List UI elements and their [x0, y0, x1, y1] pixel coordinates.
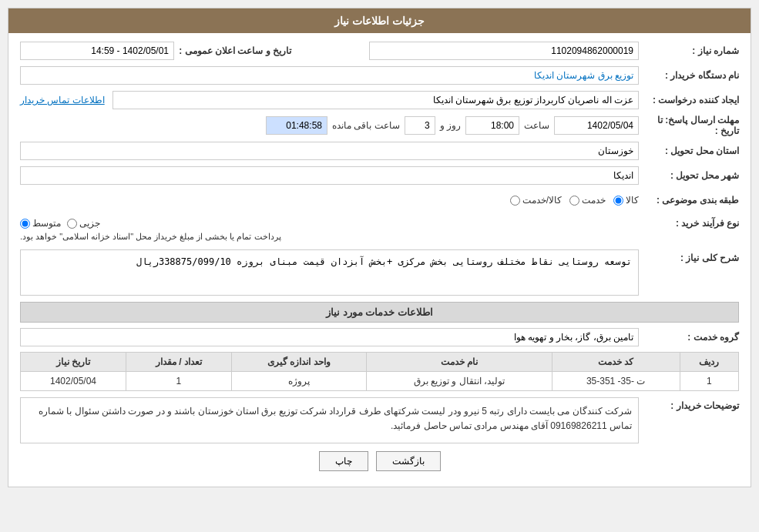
tabaqe-radio-khadamat[interactable]: خدمت [569, 195, 606, 206]
nam-dastgah-label: نام دستگاه خریدار : [639, 70, 739, 81]
col-tarikh: تاریخ نیاز [21, 353, 126, 372]
mohlat-time-label: ساعت [524, 120, 549, 131]
nam-dastgah-input[interactable] [20, 66, 639, 85]
tabaqe-radio-kala-khadamat[interactable]: کالا/خدمت [510, 195, 562, 206]
goroh-input[interactable] [20, 328, 639, 346]
sharh-label: شرح کلی نیاز : [639, 249, 739, 263]
ostan-label: استان محل تحویل : [639, 146, 739, 156]
col-unit: واحد اندازه گیری [231, 353, 366, 372]
nooe-farayand-radio-motavaset[interactable]: متوسط [20, 218, 61, 229]
etelaat-tamas-link[interactable]: اطلاعات تماس خریدار [20, 95, 105, 105]
nooe-farayand-note: پرداخت تمام یا بخشی از مبلغ خریداز محل "… [20, 232, 281, 242]
service-table: ردیف کد خدمت نام خدمت واحد اندازه گیری ت… [20, 352, 739, 391]
ijad-konande-label: ایجاد کننده درخواست : [639, 95, 739, 105]
col-name: نام خدمت [367, 353, 552, 372]
tozihat-box: شرکت کنندگان می بایست دارای رتبه 5 نیرو … [20, 397, 639, 443]
tabaqe-radio-kala[interactable]: کالا [613, 195, 639, 206]
tarikh-saate-label: تاریخ و ساعت اعلان عمومی : [179, 45, 291, 56]
bottom-buttons: بازگشت چاپ [20, 451, 739, 479]
mohlat-date-input[interactable] [554, 116, 639, 135]
tabaqe-label: طبقه بندی موضوعی : [639, 195, 739, 206]
col-radif: ردیف [680, 353, 738, 372]
back-button[interactable]: بازگشت [376, 451, 441, 471]
khadamat-header: اطلاعات خدمات مورد نیاز [20, 302, 739, 323]
mohlat-remaining-label: ساعت باقی مانده [332, 120, 400, 131]
ostan-input[interactable] [20, 142, 639, 160]
mohlat-days-label: روز و [440, 120, 461, 131]
mohlat-remaining-input[interactable] [266, 116, 327, 135]
mohlat-days-input[interactable] [405, 116, 435, 135]
shahr-input[interactable] [20, 166, 639, 185]
shahr-label: شهر محل تحویل : [639, 170, 739, 181]
shomara-niaz-label: شماره نیاز : [639, 45, 739, 56]
col-tedad: تعداد / مقدار [126, 353, 231, 372]
nooe-farayand-label: نوع فرآیند خرید : [639, 218, 739, 229]
tarikh-saate-input[interactable] [20, 42, 174, 60]
table-row: 1ت -35- 351-35تولید، انتقال و توزیع برقپ… [21, 372, 739, 391]
sharh-input[interactable]: توسعه روستایی نقاط مختلف روستایی بخش مرک… [20, 249, 639, 296]
goroh-label: گروه خدمت : [639, 332, 739, 343]
ijad-konande-input[interactable] [113, 91, 639, 109]
col-code: کد خدمت [552, 353, 680, 372]
print-button[interactable]: چاپ [319, 451, 368, 471]
tozihat-label: توضیحات خریدار : [639, 397, 739, 411]
page-title: جزئیات اطلاعات نیاز [8, 8, 751, 33]
shomara-niaz-input[interactable] [369, 42, 639, 60]
mohlat-label: مهلت ارسال پاسخ: تا تاریخ : [639, 115, 739, 136]
mohlat-time-input[interactable] [465, 116, 519, 135]
nooe-farayand-radio-jozi[interactable]: جزیی [67, 218, 100, 229]
